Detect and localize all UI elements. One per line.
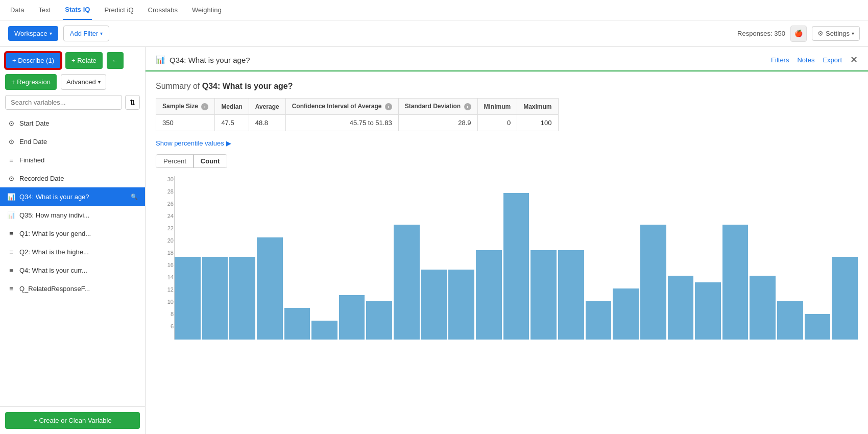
advanced-button[interactable]: Advanced ▾ <box>61 74 106 90</box>
bar[interactable] <box>750 276 776 340</box>
bar[interactable] <box>366 301 392 340</box>
cell-sample-size: 350 <box>156 115 215 131</box>
variable-q35[interactable]: 📊 Q35: How many indivi... <box>0 206 145 224</box>
variable-end-date[interactable]: ⊙ End Date <box>0 132 145 151</box>
bar[interactable] <box>339 295 365 340</box>
variable-recorded-date[interactable]: ⊙ Recorded Date <box>0 169 145 187</box>
create-variable-button[interactable]: + Create or Clean Variable <box>5 412 140 429</box>
advanced-chevron-icon: ▾ <box>98 79 101 85</box>
count-toggle[interactable]: Count <box>193 154 228 168</box>
add-filter-label: Add Filter <box>70 30 99 37</box>
bar[interactable] <box>558 250 584 340</box>
bar[interactable] <box>311 321 337 340</box>
describe-label: + Describe (1) <box>12 57 54 64</box>
responses-count: Responses: 350 <box>737 30 785 37</box>
percentile-chevron-icon: ▶ <box>226 139 231 147</box>
settings-label: Settings <box>826 30 850 37</box>
list-icon: ≡ <box>7 229 15 237</box>
bar[interactable] <box>503 193 529 340</box>
variable-q4[interactable]: ≡ Q4: What is your curr... <box>0 261 145 279</box>
regression-button[interactable]: + Regression <box>5 74 57 90</box>
nav-statsiq[interactable]: Stats iQ <box>63 0 92 20</box>
bar[interactable] <box>668 276 694 340</box>
nav-weighting[interactable]: Weighting <box>190 0 224 20</box>
bar[interactable] <box>421 270 447 340</box>
y-axis: 6 8 10 12 14 16 18 20 22 24 26 28 30 <box>156 176 174 340</box>
bar[interactable] <box>777 301 803 340</box>
variable-q2[interactable]: ≡ Q2: What is the highe... <box>0 243 145 261</box>
advanced-label: Advanced <box>66 78 96 86</box>
sidebar-actions: + Describe (1) + Relate ← <box>0 47 145 74</box>
create-label: + Create or Clean Variable <box>33 417 111 424</box>
table-row: 350 47.5 48.8 45.75 to 51.83 28.9 0 100 <box>156 115 559 131</box>
bar[interactable] <box>448 270 474 340</box>
workspace-button[interactable]: Workspace ▾ <box>8 26 58 41</box>
bar[interactable] <box>394 225 420 340</box>
search-input[interactable] <box>5 95 122 110</box>
variable-q-related[interactable]: ≡ Q_RelatedResponseF... <box>0 279 145 298</box>
notes-link[interactable]: Notes <box>797 56 814 64</box>
stddev-info-icon[interactable]: i <box>464 103 471 110</box>
bar[interactable] <box>722 225 749 340</box>
back-label: ← <box>112 57 118 64</box>
panel-header: 📊 Q34: What is your age? Filters Notes E… <box>146 47 868 71</box>
cell-maximum: 100 <box>517 115 558 131</box>
y-label: 20 <box>156 237 174 244</box>
ci-info-icon[interactable]: i <box>385 103 392 110</box>
variable-label: Q35: How many indivi... <box>19 211 138 219</box>
toolbar-right: Responses: 350 🍎 ⚙ Settings ▾ <box>737 26 860 42</box>
bar[interactable] <box>695 282 721 340</box>
bar[interactable] <box>640 225 666 340</box>
settings-button[interactable]: ⚙ Settings ▾ <box>812 26 860 41</box>
variable-q34[interactable]: 📊 Q34: What is your age? 🔍 ← <box>0 187 145 206</box>
col-stddev: Standard Deviation i <box>398 99 477 115</box>
variable-label: End Date <box>19 138 138 146</box>
variable-label: Recorded Date <box>19 175 138 182</box>
col-ci: Confidence Interval of Average i <box>285 99 398 115</box>
close-button[interactable]: ✕ <box>850 54 858 65</box>
y-label: 30 <box>156 176 174 182</box>
variable-finished[interactable]: ≡ Finished <box>0 151 145 169</box>
bar[interactable] <box>229 257 255 340</box>
variable-label: Q1: What is your gend... <box>19 230 138 237</box>
add-filter-button[interactable]: Add Filter ▾ <box>63 26 110 41</box>
percent-toggle[interactable]: Percent <box>156 155 194 167</box>
bar[interactable] <box>613 288 639 340</box>
bar[interactable] <box>805 314 831 340</box>
sort-button[interactable]: ⇅ <box>125 95 140 110</box>
percentile-link[interactable]: Show percentile values ▶ <box>156 139 231 147</box>
export-link[interactable]: Export <box>823 56 842 64</box>
nav-data[interactable]: Data <box>8 0 26 20</box>
bar[interactable] <box>586 301 612 340</box>
main-area: + Describe (1) + Relate ← + Regression A… <box>0 47 868 434</box>
filters-link[interactable]: Filters <box>771 56 789 64</box>
variable-start-date[interactable]: ⊙ Start Date <box>0 114 145 132</box>
sample-size-info-icon[interactable]: i <box>201 103 208 110</box>
bar[interactable] <box>284 308 310 340</box>
describe-button[interactable]: + Describe (1) <box>5 52 61 69</box>
variable-label: Q34: What is your age? <box>19 193 125 201</box>
apple-icon[interactable]: 🍎 <box>790 26 807 42</box>
bar[interactable] <box>531 250 557 340</box>
y-label: 16 <box>156 262 174 268</box>
bar[interactable] <box>257 237 283 340</box>
bar[interactable] <box>476 250 502 340</box>
relate-button[interactable]: + Relate <box>65 52 103 69</box>
y-label: 10 <box>156 299 174 305</box>
nav-crosstabs[interactable]: Crosstabs <box>146 0 180 20</box>
cell-average: 48.8 <box>249 115 285 131</box>
bar[interactable] <box>832 257 858 340</box>
nav-text[interactable]: Text <box>36 0 53 20</box>
y-label: 6 <box>156 323 174 329</box>
list-icon: ≡ <box>7 284 15 293</box>
variable-q1[interactable]: ≡ Q1: What is your gend... <box>0 224 145 243</box>
bar[interactable] <box>175 257 201 340</box>
chart-title-icon: 📊 <box>156 55 165 64</box>
sidebar: + Describe (1) + Relate ← + Regression A… <box>0 47 146 434</box>
back-button[interactable]: ← <box>107 52 124 69</box>
clock-icon: ⊙ <box>7 174 15 182</box>
nav-predictiq[interactable]: Predict iQ <box>102 0 135 20</box>
workspace-label: Workspace <box>14 30 47 37</box>
bar[interactable] <box>202 257 228 340</box>
variable-label: Finished <box>19 156 138 164</box>
